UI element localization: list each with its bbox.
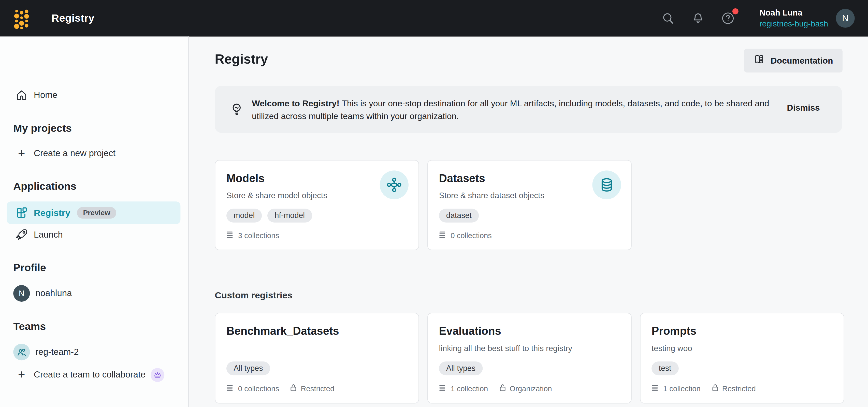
card-subtitle: Store & share model objects [226,190,380,201]
card-tags: modelhf-model [226,209,418,222]
visibility-label: Restricted [301,384,334,393]
crown-icon [151,368,164,381]
collections-count: 0 collections [451,231,492,240]
page-title: Registry [215,52,268,67]
applications-heading: Applications [13,180,76,193]
database-icon [592,170,621,199]
user-avatar[interactable]: N [836,9,855,28]
lock-closed-icon [290,384,298,394]
nav-right-group: Noah Luna registries-bug-bash N [660,0,855,37]
app-root: Registry [0,0,868,407]
sidebar-item-team[interactable]: reg-team-2 [0,344,189,360]
custom-registries-row: Benchmark_DatasetsAll types0 collections… [215,313,844,403]
visibility-status: Organization [499,384,552,394]
card-tags: All types [439,362,631,375]
preview-badge: Preview [77,207,117,219]
documentation-button[interactable]: Documentation [744,49,843,72]
collections-count: 3 collections [238,231,279,240]
sidebar: Home My projects + Create a new project … [0,37,189,407]
nav-app-title: Registry [52,0,94,37]
registry-card-benchmark-datasets[interactable]: Benchmark_DatasetsAll types0 collections… [215,313,419,403]
teams-heading: Teams [13,320,46,333]
card-subtitle: Store & share dataset objects [439,190,592,201]
tag-pill: test [652,362,679,375]
card-subtitle: testing woo [652,343,805,354]
core-registries-row: ModelsStore & share model objectsmodelhf… [215,160,632,250]
collections-list-icon [226,384,234,393]
registry-card-models[interactable]: ModelsStore & share model objectsmodelhf… [215,160,419,250]
tag-pill: All types [226,362,270,375]
sidebar-item-profile[interactable]: N noahluna [0,285,189,302]
card-subtitle: linking all the best stuff to this regis… [439,343,592,354]
card-tags: dataset [439,209,631,222]
dismiss-button[interactable]: Dismiss [787,103,820,113]
registry-card-prompts[interactable]: Promptstesting wootest1 collectionRestri… [640,313,844,403]
top-nav: Registry [0,0,868,37]
plus-icon: + [15,369,28,380]
notification-dot [733,8,739,14]
book-icon [753,54,765,67]
create-project-button[interactable]: + Create a new project [0,146,189,160]
collections-list-icon [652,384,659,393]
collections-count: 1 collection [451,384,488,393]
rocket-icon [15,228,28,241]
welcome-banner-text: Welcome to Registry! This is your one-st… [252,97,778,122]
card-title: Datasets [439,171,592,185]
create-project-label: Create a new project [34,148,116,158]
tag-pill: model [226,209,262,222]
documentation-label: Documentation [771,56,833,66]
sidebar-item-label: Launch [34,230,63,240]
collections-list-icon [439,384,447,393]
card-subtitle [226,343,380,354]
user-org[interactable]: registries-bug-bash [760,19,828,29]
registry-icon [15,207,28,219]
create-team-button[interactable]: + Create a team to collaborate [0,368,189,382]
collections-count: 1 collection [663,384,701,393]
team-name: reg-team-2 [35,347,79,357]
wandb-logo-icon[interactable] [13,8,30,32]
sidebar-item-registry[interactable]: Registry Preview [7,201,180,224]
custom-registries-heading: Custom registries [215,290,292,301]
lock-open-icon [499,384,506,394]
card-footer: 1 collectionOrganization [439,384,552,394]
registry-card-evaluations[interactable]: Evaluationslinking all the best stuff to… [427,313,632,403]
visibility-status: Restricted [711,384,756,394]
registry-card-datasets[interactable]: DatasetsStore & share dataset objectsdat… [427,160,632,250]
plus-icon: + [15,148,28,159]
tag-pill: hf-model [267,209,312,222]
visibility-label: Restricted [722,384,756,393]
collections-list-icon [439,231,447,240]
card-footer: 1 collectionRestricted [652,384,756,394]
user-menu[interactable]: Noah Luna registries-bug-bash N [760,7,855,29]
visibility-label: Organization [509,384,552,393]
sidebar-item-launch[interactable]: Launch [0,227,189,243]
card-footer: 3 collections [226,231,279,240]
card-title: Evaluations [439,324,592,338]
team-avatar [13,344,30,360]
profile-avatar: N [13,285,30,302]
card-tags: All types [226,362,418,375]
collections-count: 0 collections [238,384,279,393]
card-title: Benchmark_Datasets [226,324,380,338]
sidebar-item-home[interactable]: Home [0,88,189,103]
card-footer: 0 collectionsRestricted [226,384,334,394]
sidebar-item-label: Home [34,90,58,100]
visibility-status: Restricted [290,384,335,394]
bell-icon[interactable] [690,10,706,27]
help-icon[interactable] [720,10,736,27]
lightbulb-icon [229,102,244,119]
create-team-label: Create a team to collaborate [34,370,146,380]
registry-label: Registry [34,208,70,218]
my-projects-heading: My projects [13,122,72,134]
search-icon[interactable] [660,10,676,27]
home-icon [15,89,28,102]
card-title: Prompts [652,324,805,338]
profile-heading: Profile [13,262,46,274]
tag-pill: dataset [439,209,479,222]
card-footer: 0 collections [439,231,492,240]
tag-pill: All types [439,362,483,375]
collections-list-icon [226,231,234,240]
lock-closed-icon [711,384,719,394]
card-title: Models [226,171,380,185]
card-tags: test [652,362,844,375]
